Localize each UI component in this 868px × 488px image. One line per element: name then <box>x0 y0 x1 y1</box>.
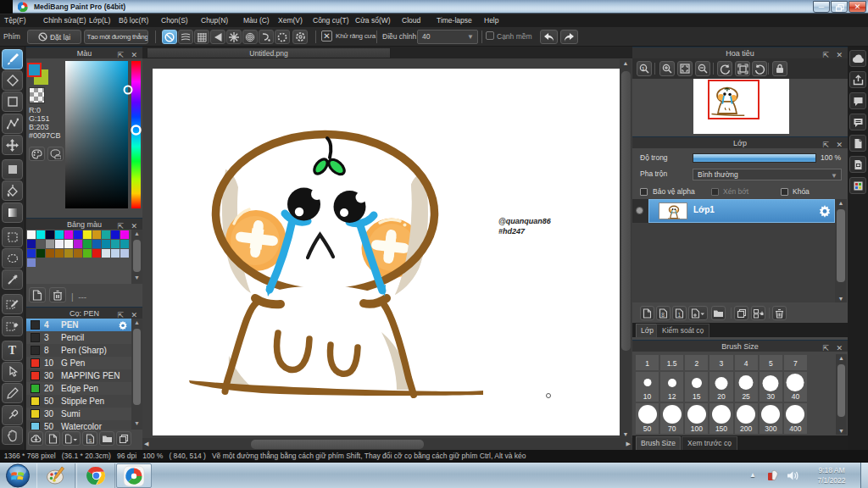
svg-text:8: 8 <box>661 311 665 317</box>
svg-text:#hd247: #hd247 <box>498 227 526 236</box>
svg-text:S: S <box>88 437 92 442</box>
svg-text:1: 1 <box>678 311 682 317</box>
svg-text:@quanquan86: @quanquan86 <box>498 217 552 225</box>
